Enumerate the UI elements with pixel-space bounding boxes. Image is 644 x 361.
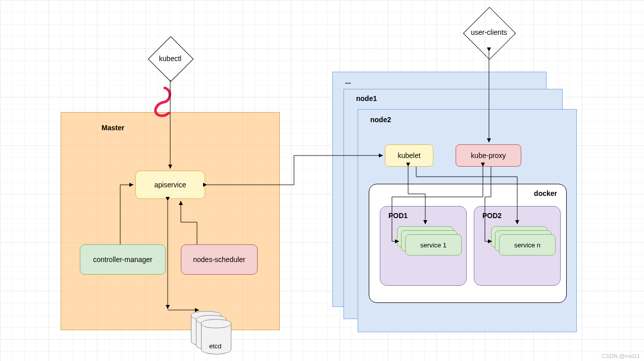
nodes-scheduler-label: nodes-scheduler <box>193 255 245 264</box>
pod2-title: POD2 <box>482 212 502 220</box>
node-ellipsis-label: ... <box>345 77 351 85</box>
kubelet-label: kubelet <box>398 151 420 160</box>
node1-label: node1 <box>356 94 377 102</box>
servicen-label: service n <box>514 241 540 249</box>
master-box: Master <box>61 112 280 330</box>
service1-label: service 1 <box>420 241 447 249</box>
kube-proxy-label: kube-proxy <box>471 151 506 160</box>
watermark: CSDN @nvd11 <box>602 353 640 359</box>
master-title: Master <box>102 124 124 132</box>
controller-manager-box: controller-manager <box>80 244 166 275</box>
kubelet-box: kubelet <box>385 144 433 167</box>
kube-proxy-box: kube-proxy <box>456 144 521 167</box>
etcd-label: etcd <box>209 342 222 350</box>
diagram-canvas: kubectl user-clients Master apiservice c… <box>0 0 644 361</box>
apiservice-label: apiservice <box>154 181 186 189</box>
apiservice-box: apiservice <box>135 171 205 199</box>
pod1-title: POD1 <box>388 212 408 220</box>
node2-label: node2 <box>370 116 391 124</box>
controller-manager-label: controller-manager <box>93 255 153 264</box>
user-clients-label: user-clients <box>461 11 517 54</box>
kubectl-diamond: kubectl <box>149 37 191 80</box>
user-clients-diamond: user-clients <box>461 11 517 54</box>
nodes-scheduler-box: nodes-scheduler <box>181 244 258 275</box>
docker-label: docker <box>534 189 557 197</box>
kubectl-label: kubectl <box>149 37 191 80</box>
